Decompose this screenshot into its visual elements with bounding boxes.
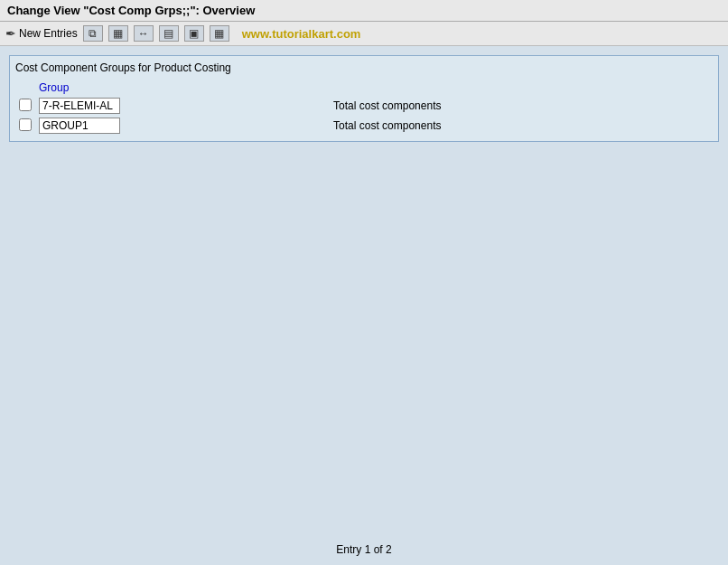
table-row: Total cost components bbox=[15, 116, 713, 136]
watermark-text: www.tutorialkart.com bbox=[242, 27, 361, 41]
save-icon-button[interactable]: ▦ bbox=[108, 25, 128, 42]
page-icon-button[interactable]: ▤ bbox=[159, 25, 179, 42]
panel-title: Cost Component Groups for Product Costin… bbox=[15, 61, 713, 74]
description-column-header bbox=[330, 80, 713, 96]
entry-counter: Entry 1 of 2 bbox=[336, 543, 391, 556]
main-content: Cost Component Groups for Product Costin… bbox=[0, 46, 728, 151]
footer: Entry 1 of 2 bbox=[0, 543, 728, 556]
description-cell-1: Total cost components bbox=[330, 96, 713, 116]
row-checkbox-1[interactable] bbox=[19, 99, 32, 111]
copy-icon: ⧉ bbox=[89, 27, 97, 40]
table-row: Total cost components bbox=[15, 96, 713, 116]
toolbar: ✒ New Entries ⧉ ▦ ↔ ▤ ▣ ▦ www.tutorialka… bbox=[0, 22, 728, 46]
extra-icon-button[interactable]: ▦ bbox=[210, 25, 229, 42]
save-icon: ▦ bbox=[113, 27, 123, 40]
new-entries-label: New Entries bbox=[19, 27, 78, 40]
row-checkbox-2[interactable] bbox=[19, 118, 32, 131]
page-icon: ▤ bbox=[163, 27, 173, 40]
extra-icon: ▦ bbox=[214, 27, 224, 40]
checkbox-column-header bbox=[15, 80, 35, 96]
title-bar: Change View "Cost Comp Grps;;": Overview bbox=[0, 0, 728, 22]
group-input-2[interactable] bbox=[39, 118, 120, 134]
title-text: Change View "Cost Comp Grps;;": Overview bbox=[7, 4, 255, 17]
group-input-1[interactable] bbox=[39, 98, 120, 114]
undo-icon: ↔ bbox=[138, 27, 149, 40]
undo-icon-button[interactable]: ↔ bbox=[134, 25, 154, 42]
new-entries-icon: ✒ bbox=[5, 26, 16, 41]
description-cell-2: Total cost components bbox=[330, 116, 713, 136]
new-entries-button[interactable]: ✒ New Entries bbox=[5, 26, 78, 41]
cost-component-panel: Cost Component Groups for Product Costin… bbox=[9, 55, 719, 142]
data-table: Group Total cost componentsTotal cost co… bbox=[15, 80, 713, 136]
copy-icon-button[interactable]: ⧉ bbox=[83, 25, 103, 42]
print-icon-button[interactable]: ▣ bbox=[184, 25, 204, 42]
print-icon: ▣ bbox=[189, 27, 199, 40]
group-column-header: Group bbox=[35, 80, 330, 96]
